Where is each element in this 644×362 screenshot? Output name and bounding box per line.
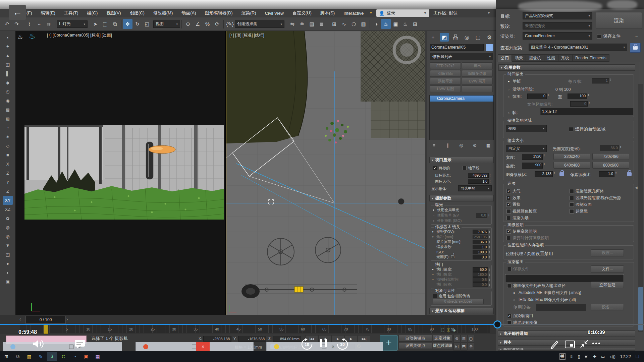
frames-input[interactable]: 1,3,5-12 — [540, 108, 634, 115]
material-editor-icon[interactable]: ◑ — [371, 19, 381, 29]
create-now-button[interactable]: 立即创建 — [591, 282, 624, 288]
menu-item[interactable]: 视图(V) — [102, 10, 125, 16]
configure-modifier-sets-icon[interactable]: ▦ — [484, 141, 492, 149]
hierarchy-tab-icon[interactable]: 品 — [451, 33, 460, 42]
video-progress-knob[interactable] — [493, 320, 501, 328]
parameter-row[interactable]: 目标距离: 4690.392▲▼ — [431, 172, 492, 178]
left-tool-icon[interactable]: ▼ — [3, 241, 13, 250]
display-tray-icon[interactable]: ▭ — [601, 354, 605, 359]
active-segment-radio[interactable]: ○活动时间段: — [508, 86, 534, 92]
common-params-rollout[interactable]: 公用参数 — [498, 64, 635, 71]
object-color-swatch[interactable] — [486, 44, 494, 51]
spinner-snap-icon[interactable]: ⟳ — [212, 19, 222, 29]
constraint-xy-button[interactable]: XY — [3, 196, 13, 205]
top-viewport-label[interactable]: [+] [顶] [标准] [线框] — [229, 33, 264, 38]
stack-item-selected[interactable]: CoronaCamera — [430, 96, 493, 102]
scene-explorer-icon[interactable]: ▤ — [307, 19, 317, 29]
x-coord-field[interactable]: -2503.138 — [203, 336, 231, 342]
danmaku-comment-icon[interactable] — [74, 339, 86, 350]
usb-tray-icon[interactable]: ⚿ — [570, 354, 573, 359]
dialog-tab[interactable]: 摄像机 — [526, 54, 544, 62]
menu-item[interactable]: 修改器(M) — [149, 10, 177, 16]
bitmap-setup-button[interactable]: 设置... — [591, 249, 624, 256]
named-selection-icon[interactable]: {✎} — [225, 19, 235, 29]
shutter-parameter[interactable]: ○快门角度: 180.0▲▼ — [432, 272, 491, 277]
imsq-radio[interactable]: ●Autodesk ME 图像序列文件 (.imsq) — [513, 290, 581, 296]
video-progress-remaining[interactable] — [497, 324, 644, 325]
z-coord-field[interactable]: 894.601mm — [273, 336, 301, 342]
left-tool-icon[interactable]: ◖ — [3, 33, 13, 42]
include-exclude-checkbox[interactable]: 启用 包含/排除列表 — [433, 294, 470, 299]
dialog-tab[interactable]: Render Elements — [572, 54, 609, 62]
select-object-icon[interactable]: ➤ — [91, 19, 100, 29]
menu-overflow-icon[interactable]: » — [370, 10, 372, 15]
every-n-spinner[interactable]: 1 — [592, 78, 609, 83]
range-to-spinner[interactable]: 100 — [568, 94, 587, 99]
mirror-icon[interactable]: ⇋ — [287, 19, 297, 29]
left-tool-icon[interactable]: ▧ — [3, 114, 13, 123]
modifier-button[interactable]: UVW 展开 — [462, 78, 493, 84]
ribbon-icon[interactable]: ⊞ — [329, 19, 339, 29]
pan-icon[interactable]: ✥ — [468, 343, 474, 350]
photographic-params-rollout[interactable]: 摄影参数 — [429, 195, 494, 201]
a360-render-icon[interactable]: ⊞ — [410, 19, 420, 29]
option-checkbox[interactable]: 视频颜色检查 — [506, 208, 546, 215]
volume-tray-icon[interactable]: ◁)) — [609, 354, 615, 359]
constraint-x-button[interactable]: X — [3, 160, 13, 169]
fov-icon[interactable]: ⬒ — [461, 343, 467, 350]
more-options-icon[interactable] — [592, 343, 600, 344]
minimize-icon[interactable] — [69, 345, 73, 349]
image-aspect-lock-icon[interactable] — [559, 172, 564, 176]
modifier-button[interactable] — [462, 85, 493, 92]
reference-coordinate-dropdown[interactable]: 视图 — [153, 20, 180, 28]
menu-item[interactable]: 图形编辑器(D) — [201, 10, 237, 16]
parameter-row[interactable]: 图标大小: 1.0▲▼ — [431, 178, 492, 184]
zoom-extents-icon[interactable]: ▢ — [468, 335, 474, 342]
image-aspect-spinner[interactable]: 2.133 — [535, 171, 553, 177]
size-preset-button[interactable]: 320x240 — [553, 153, 590, 160]
constraint-y-button[interactable]: Y — [3, 178, 13, 187]
app-shortcut-icon[interactable]: ✎ — [36, 352, 46, 361]
option-checkbox[interactable]: 渲染为场 — [506, 215, 546, 221]
shutter-parameter[interactable]: 快门位移: 0.0▲▼ — [432, 282, 491, 287]
left-tool-icon[interactable]: ● — [3, 259, 13, 268]
lock-view-button[interactable] — [630, 43, 641, 53]
named-selection-set-dropdown[interactable]: 创建选择集 — [235, 20, 284, 28]
option-checkbox[interactable]: 强制双面 — [570, 201, 609, 208]
create-tab-icon[interactable]: + — [429, 33, 437, 42]
modifier-button[interactable]: FFD 2x2x2 — [430, 62, 461, 69]
save-file-checkbox[interactable]: 保存文件 — [507, 266, 529, 272]
modifier-stack[interactable]: CoronaCamera — [429, 95, 494, 140]
taskbar-clock[interactable]: 12:22 — [620, 354, 631, 359]
option-checkbox[interactable]: 区域光源/阴影视作点光源 — [570, 194, 609, 201]
ifl-radio[interactable]: ○旧版 3ds Max 图像文件列表 (.ifl) — [513, 297, 576, 303]
pointer-tray-icon[interactable]: ☛ — [585, 354, 588, 359]
range-radio[interactable]: ○范围: — [508, 94, 522, 100]
exposure-option[interactable]: ○使用简单 (EV 0.0▲▼ — [433, 213, 490, 218]
more-button[interactable]: ... — [635, 33, 638, 38]
window-crossing-icon[interactable]: ⧉ — [110, 19, 120, 29]
player-back-button[interactable]: ← — [9, 5, 26, 20]
utilities-tab-icon[interactable]: ⚙ — [485, 33, 494, 42]
schematic-view-icon[interactable]: ⬡ — [349, 19, 359, 29]
pin-stack-icon[interactable]: ≡ — [430, 141, 438, 149]
exposure-option[interactable]: ●使用全局曝光 ▲▼ — [433, 207, 490, 213]
dialog-tab[interactable]: 公用 — [498, 54, 512, 62]
workspace-selector[interactable]: 工作区: 默认 ▼ — [433, 10, 490, 16]
auto-region-checkbox[interactable]: 选择的自动区域 — [569, 126, 605, 132]
curve-editor-icon[interactable]: ∿ — [339, 19, 349, 29]
show-cone-dropdown[interactable]: 当选中的 — [458, 185, 492, 191]
modifier-button[interactable]: 挤出 — [462, 62, 493, 69]
range-from-spinner[interactable]: 0 — [527, 94, 547, 99]
layer-manager-icon[interactable]: ≣ — [317, 19, 326, 29]
left-tool-icon[interactable]: ▲ — [3, 51, 13, 60]
adv-light-checkbox[interactable]: 需要时计算高级照明 — [506, 235, 549, 241]
unlink-selection-icon[interactable]: ⌁ — [34, 19, 44, 29]
modify-tab-icon[interactable]: ◩ — [440, 33, 449, 42]
collapse-icon[interactable] — [580, 339, 589, 350]
menu-item[interactable]: Civil View — [261, 11, 288, 16]
left-tool-icon[interactable]: ◫ — [3, 60, 13, 69]
minimize-icon[interactable] — [192, 345, 196, 349]
notification-center-icon[interactable]: ❏ — [636, 354, 639, 359]
left-tool-icon[interactable]: ◉ — [3, 96, 13, 105]
